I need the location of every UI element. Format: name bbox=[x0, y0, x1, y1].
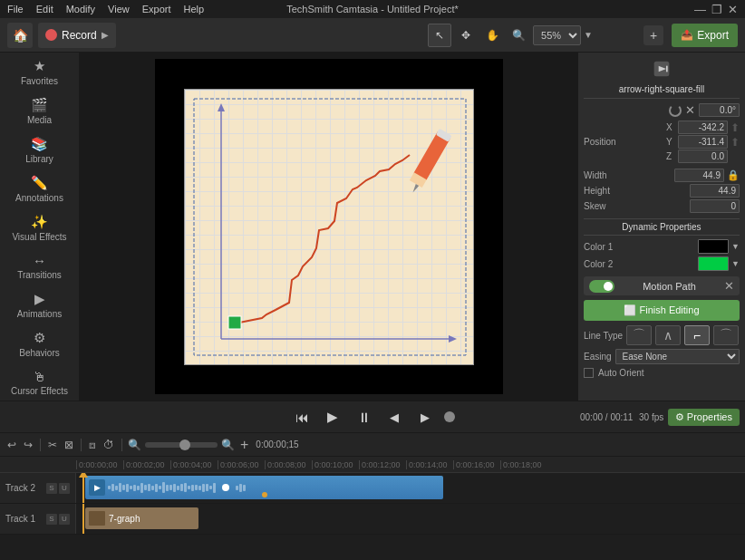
track-2-clip[interactable]: ▶ bbox=[85, 476, 443, 499]
line-type-btn-1[interactable]: ⌒ bbox=[626, 325, 652, 345]
window-maximize[interactable]: ❐ bbox=[711, 3, 722, 16]
finish-editing-button[interactable]: ⬜ Finish Editing bbox=[584, 300, 740, 321]
pos-x-input[interactable] bbox=[678, 121, 728, 134]
tool-zoom[interactable]: 🔍 bbox=[507, 24, 530, 47]
line-type-btn-3[interactable]: ⌐ bbox=[684, 325, 710, 345]
zoom-thumb[interactable] bbox=[179, 439, 190, 450]
motion-path-close-icon[interactable]: ✕ bbox=[724, 279, 734, 293]
pos-x-label: X bbox=[666, 122, 675, 132]
record-button[interactable]: Record ▶ bbox=[38, 23, 116, 48]
lock-icon[interactable]: 🔒 bbox=[727, 169, 740, 181]
track-1-clip[interactable]: 7-graph bbox=[85, 507, 198, 529]
color1-dropdown-icon[interactable]: ▼ bbox=[731, 242, 740, 251]
sidebar-item-media[interactable]: 🎬 Media bbox=[0, 92, 79, 130]
export-button[interactable]: 📤 Export bbox=[672, 24, 738, 47]
add-button[interactable]: + bbox=[643, 25, 663, 45]
zoom-select[interactable]: 55% bbox=[533, 25, 581, 45]
track-1-mute[interactable]: S bbox=[46, 514, 57, 525]
canvas-frame[interactable] bbox=[184, 89, 474, 365]
window-close[interactable]: ✕ bbox=[728, 3, 738, 16]
zoom-slider[interactable] bbox=[145, 442, 218, 448]
track-2-lock[interactable]: U bbox=[59, 483, 70, 494]
zoom-in-button[interactable]: 🔍 bbox=[221, 439, 235, 451]
skip-back-button[interactable]: ⏮ bbox=[290, 405, 314, 429]
redo-button[interactable]: ↪ bbox=[22, 437, 34, 453]
delete-button[interactable]: ⊠ bbox=[63, 437, 75, 453]
track-1-content[interactable]: 7-graph bbox=[76, 504, 745, 534]
sidebar-item-favorites[interactable]: ★ Favorites bbox=[0, 53, 79, 92]
menu-edit[interactable]: Edit bbox=[36, 4, 53, 14]
play-button[interactable]: ▶ bbox=[321, 405, 344, 429]
color2-dropdown-icon[interactable]: ▼ bbox=[731, 259, 740, 268]
timeline-time-indicator: 0:00:00;15 bbox=[256, 439, 298, 449]
track-2-mute[interactable]: S bbox=[46, 483, 57, 494]
close-x-button[interactable]: ✕ bbox=[685, 103, 695, 117]
tracks-area: Track 2 S U ▶ bbox=[0, 473, 745, 560]
auto-orient-checkbox[interactable] bbox=[584, 368, 594, 378]
add-track-button[interactable]: + bbox=[240, 437, 248, 453]
track-2: Track 2 S U ▶ bbox=[0, 473, 745, 504]
menu-help[interactable]: Help bbox=[184, 4, 205, 14]
width-label: Width bbox=[584, 170, 607, 180]
canvas-background bbox=[155, 59, 503, 394]
line-type-btn-2[interactable]: ∧ bbox=[655, 325, 681, 345]
color1-swatch[interactable] bbox=[698, 239, 729, 254]
tool-select[interactable]: ↖ bbox=[428, 24, 451, 47]
cut-button[interactable]: ✂ bbox=[46, 437, 59, 453]
clip-speed-button[interactable]: ⏱ bbox=[102, 437, 116, 453]
height-input[interactable] bbox=[690, 184, 740, 198]
tool-hand[interactable]: ✋ bbox=[480, 24, 504, 47]
pos-z-input[interactable] bbox=[678, 150, 728, 163]
clip-icon-track2: ▶ bbox=[89, 479, 105, 496]
svg-rect-12 bbox=[666, 66, 668, 72]
properties-button[interactable]: ⚙ Properties bbox=[668, 409, 740, 426]
svg-rect-5 bbox=[228, 316, 241, 329]
export-icon: 📤 bbox=[681, 29, 693, 41]
width-input[interactable] bbox=[674, 169, 724, 182]
prev-frame-button[interactable]: ◀ bbox=[382, 405, 406, 429]
sidebar-item-cursor-effects[interactable]: 🖱 Cursor Effects bbox=[0, 363, 79, 401]
skew-input[interactable] bbox=[690, 199, 740, 213]
height-label: Height bbox=[584, 186, 610, 196]
sidebar-item-behaviors[interactable]: ⚙ Behaviors bbox=[0, 324, 79, 363]
split-button[interactable]: ⧈ bbox=[87, 437, 98, 453]
easing-select[interactable]: Ease None bbox=[615, 349, 740, 364]
menu-modify[interactable]: Modify bbox=[66, 4, 95, 14]
home-button[interactable]: 🏠 bbox=[7, 23, 33, 48]
element-icon bbox=[653, 60, 671, 78]
ruler-mark-3: 0:00:06;00 bbox=[218, 460, 265, 469]
motion-path-toggle[interactable] bbox=[589, 280, 614, 293]
track-1-lock[interactable]: U bbox=[59, 514, 70, 525]
pause-button[interactable]: ⏸ bbox=[352, 405, 375, 429]
sidebar-item-visual-effects[interactable]: ✨ Visual Effects bbox=[0, 208, 79, 247]
sidebar-item-library[interactable]: 📚 Library bbox=[0, 130, 79, 169]
svg-marker-4 bbox=[449, 335, 457, 343]
menu-view[interactable]: View bbox=[108, 4, 130, 14]
playback-dot[interactable] bbox=[444, 411, 455, 422]
ruler-mark-0: 0:00:00;00 bbox=[76, 460, 123, 469]
color2-swatch[interactable] bbox=[698, 256, 729, 271]
behaviors-icon: ⚙ bbox=[34, 330, 45, 346]
window-minimize[interactable]: — bbox=[694, 3, 706, 16]
ruler-mark-4: 0:00:08;00 bbox=[265, 460, 312, 469]
undo-button[interactable]: ↩ bbox=[5, 437, 18, 453]
timeline-ruler: 0:00:00;00 0:00:02;00 0:00:04;00 0:00:06… bbox=[0, 457, 745, 473]
menu-export[interactable]: Export bbox=[142, 4, 171, 14]
zoom-out-button[interactable]: 🔍 bbox=[128, 439, 141, 451]
motion-path-bar: Motion Path ✕ bbox=[584, 276, 740, 295]
next-frame-button[interactable]: ▶ bbox=[413, 405, 437, 429]
menu-file[interactable]: File bbox=[7, 4, 24, 14]
line-type-btn-4[interactable]: ⌒ bbox=[713, 325, 739, 345]
clip-name-track1: 7-graph bbox=[109, 514, 140, 524]
rotation-input[interactable] bbox=[699, 103, 740, 117]
sidebar-item-transitions[interactable]: ↔ Transitions bbox=[0, 247, 79, 285]
sidebar: ★ Favorites 🎬 Media 📚 Library ✏️ Annotat… bbox=[0, 53, 80, 401]
toolbar: 🏠 Record ▶ ↖ ✥ ✋ 🔍 55% ▼ + 📤 Export bbox=[0, 18, 745, 53]
track-2-content[interactable]: ▶ bbox=[76, 473, 745, 503]
tool-pointer[interactable]: ✥ bbox=[454, 24, 478, 47]
svg-marker-3 bbox=[218, 103, 225, 111]
visual-effects-icon: ✨ bbox=[31, 214, 48, 230]
sidebar-item-annotations[interactable]: ✏️ Annotations bbox=[0, 169, 79, 208]
pos-y-input[interactable] bbox=[678, 135, 728, 149]
sidebar-item-animations[interactable]: ▶ Animations bbox=[0, 285, 79, 324]
